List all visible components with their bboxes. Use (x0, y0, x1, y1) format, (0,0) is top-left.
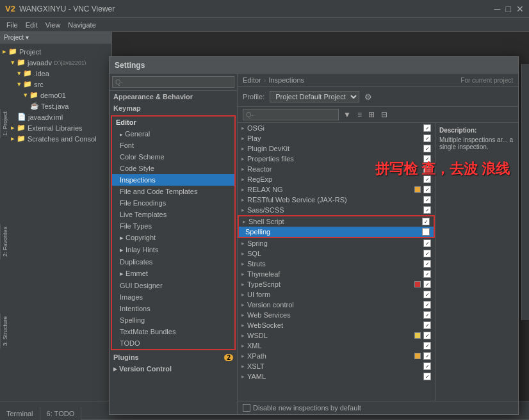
nav-file-code-templates[interactable]: File and Code Templates (112, 186, 234, 197)
insp-item-yaml[interactable]: ▸ YAML (238, 371, 435, 382)
insp-item-xslt[interactable]: ▸ XSLT (238, 361, 435, 371)
tree-item[interactable]: ▾ 📁 src (0, 79, 111, 90)
insp-checkbox[interactable] (423, 124, 431, 132)
tree-item[interactable]: ▸ 📁 External Libraries (0, 122, 111, 133)
profile-dropdown[interactable]: Project Default Project (270, 91, 359, 102)
nav-code-style[interactable]: Code Style (112, 163, 234, 174)
maximize-btn[interactable]: □ (506, 4, 511, 14)
insp-item-plugin-devkit[interactable]: ▸ Plugin DevKit (238, 143, 435, 154)
menu-edit[interactable]: Edit (22, 21, 42, 29)
nav-copyright[interactable]: ▸ Copyright (112, 232, 234, 244)
insp-item-sql[interactable]: ▸ SQL (238, 248, 435, 259)
insp-checkbox[interactable] (423, 145, 431, 152)
nav-keymap[interactable]: Keymap (110, 102, 237, 114)
insp-item-web-services[interactable]: ▸ Web Services (238, 310, 435, 320)
insp-item-relax-ng[interactable]: ▸ RELAX NG (238, 184, 435, 195)
project-tab[interactable]: Project ▾ (4, 34, 29, 41)
nav-images[interactable]: Images (112, 291, 234, 303)
insp-checkbox[interactable] (423, 280, 431, 288)
nav-live-templates[interactable]: Live Templates (112, 209, 234, 220)
tree-item[interactable]: ▸ 📁 Scratches and Consol (0, 133, 111, 144)
window-controls[interactable]: ─ □ ✕ (494, 4, 524, 14)
nav-todo[interactable]: TODO (112, 337, 234, 349)
insp-checkbox[interactable] (423, 270, 431, 278)
menu-view[interactable]: View (42, 21, 65, 29)
insp-checkbox[interactable] (422, 218, 430, 225)
insp-checkbox[interactable] (423, 301, 431, 309)
nav-intentions[interactable]: Intentions (112, 303, 234, 314)
insp-item-osgi[interactable]: ▸ OSGi (238, 123, 435, 133)
insp-item-spelling[interactable]: Spelling (239, 227, 434, 237)
nav-appearance[interactable]: Appearance & Behavior (110, 91, 237, 102)
sort-btn[interactable]: ≡ (355, 109, 364, 120)
insp-item-thymeleaf[interactable]: ▸ Thymeleaf (238, 269, 435, 279)
disable-new-inspections-checkbox[interactable] (243, 404, 250, 412)
tree-item[interactable]: ▾ 📁 demo01 (0, 90, 111, 101)
insp-checkbox[interactable] (423, 362, 431, 370)
close-btn[interactable]: ✕ (516, 4, 524, 14)
tree-item[interactable]: ☕ Test.java (0, 101, 111, 111)
insp-item-sass[interactable]: ▸ Sass/SCSS (238, 205, 435, 215)
insp-checkbox[interactable] (423, 206, 431, 214)
insp-item-websocket[interactable]: ▸ WebSocket (238, 320, 435, 330)
insp-item-play[interactable]: ▸ Play (238, 133, 435, 143)
group-btn[interactable]: ⊟ (379, 109, 389, 120)
nav-duplicates[interactable]: Duplicates (112, 256, 234, 268)
insp-item-xml[interactable]: ▸ XML (238, 341, 435, 351)
insp-item-xpath[interactable]: ▸ XPath (238, 351, 435, 361)
insp-item-typescript[interactable]: ▸ TypeScript (238, 279, 435, 289)
side-label-structure[interactable]: 3: Structure (0, 314, 10, 349)
insp-item-ui-form[interactable]: ▸ UI form (238, 289, 435, 300)
insp-checkbox[interactable] (423, 321, 431, 329)
gear-button[interactable]: ⚙ (364, 92, 372, 102)
tab-terminal[interactable]: Terminal (0, 407, 40, 420)
tree-item[interactable]: ▾ 📁 .idea (0, 68, 111, 79)
nav-version-control[interactable]: ▸ Version Control (110, 363, 237, 375)
settings-search-input[interactable] (112, 76, 234, 88)
disable-checkbox-row[interactable]: Disable new inspections by default (243, 404, 361, 412)
nav-inlay-hints[interactable]: ▸ Inlay Hints (112, 244, 234, 256)
nav-emmet[interactable]: ▸ Emmet (112, 268, 234, 280)
nav-spelling[interactable]: Spelling (112, 314, 234, 326)
insp-checkbox[interactable] (423, 250, 431, 257)
side-label-favorites[interactable]: 2: Favorites (0, 224, 10, 259)
insp-checkbox[interactable] (423, 373, 431, 380)
tree-item[interactable]: 📄 javaadv.iml (0, 111, 111, 122)
tree-item[interactable]: ▸ 📁 Project (0, 46, 111, 57)
insp-checkbox[interactable] (422, 228, 430, 236)
insp-checkbox[interactable] (423, 196, 431, 204)
insp-item-version-control[interactable]: ▸ Version control (238, 300, 435, 310)
right-scrollbar[interactable] (521, 64, 529, 320)
insp-item-restful[interactable]: ▸ RESTful Web Service (JAX-RS) (238, 195, 435, 205)
minimize-btn[interactable]: ─ (494, 4, 501, 14)
insp-item-spring[interactable]: ▸ Spring (238, 238, 435, 248)
nav-editor[interactable]: Editor (112, 117, 234, 128)
expand-btn[interactable]: ⊞ (366, 109, 377, 120)
side-label-project[interactable]: 1: Project (0, 109, 10, 138)
insp-item-shell-script[interactable]: ▸ Shell Script (239, 216, 434, 227)
insp-checkbox[interactable] (423, 291, 431, 298)
insp-checkbox[interactable] (423, 260, 431, 268)
insp-checkbox[interactable] (423, 239, 431, 247)
menu-navigate[interactable]: Navigate (64, 21, 99, 29)
nav-textmate[interactable]: TextMate Bundles (112, 326, 234, 337)
nav-file-types[interactable]: File Types (112, 220, 234, 232)
insp-checkbox[interactable] (423, 352, 431, 360)
nav-font[interactable]: Font (112, 140, 234, 151)
inspections-search-input[interactable] (243, 109, 339, 120)
insp-checkbox[interactable] (423, 311, 431, 319)
nav-inspections[interactable]: Inspections (112, 174, 234, 186)
filter-btn[interactable]: ▼ (341, 109, 353, 120)
insp-checkbox[interactable] (423, 332, 431, 339)
insp-checkbox[interactable] (423, 134, 431, 142)
nav-color-scheme[interactable]: Color Scheme (112, 151, 234, 163)
insp-checkbox[interactable] (423, 342, 431, 350)
nav-general[interactable]: ▸ General (112, 128, 234, 140)
tab-todo[interactable]: 6: TODO (40, 407, 82, 420)
tree-item[interactable]: ▾ 📁 javaadv D:\java2201\ (0, 57, 111, 68)
nav-plugins[interactable]: Plugins 2 (110, 351, 237, 363)
insp-item-struts[interactable]: ▸ Struts (238, 259, 435, 269)
insp-checkbox[interactable] (423, 186, 431, 193)
nav-gui-designer[interactable]: GUI Designer (112, 280, 234, 291)
menu-file[interactable]: File (3, 21, 22, 29)
